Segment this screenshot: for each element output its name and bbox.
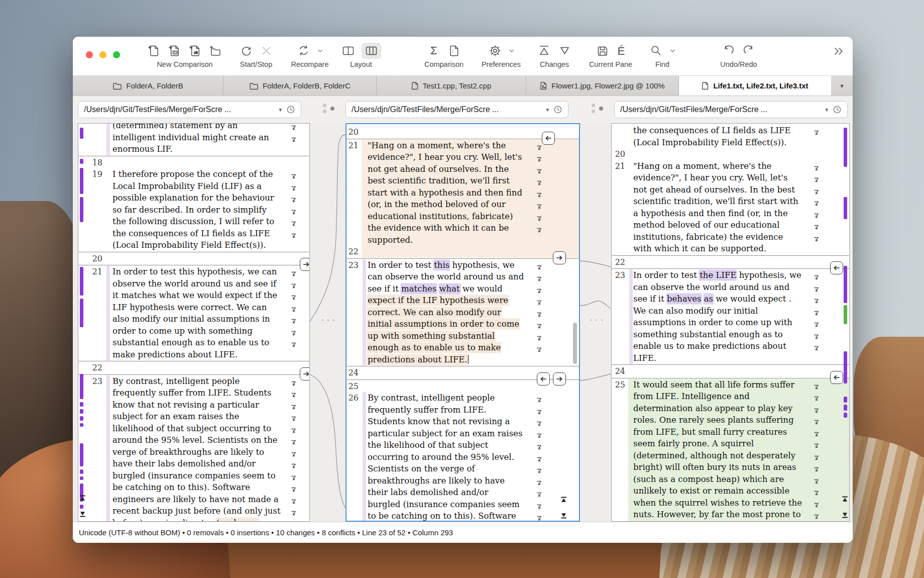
doc-image-icon[interactable] <box>189 44 202 57</box>
chevron-down-icon[interactable] <box>317 49 322 53</box>
change-strip <box>363 259 366 366</box>
tab-test1-cpp-test2-cpp[interactable]: Test1.cpp, Test2.cpp <box>377 76 526 95</box>
close-button[interactable] <box>86 51 93 58</box>
merge-left-button[interactable] <box>830 371 843 384</box>
merge-left-button[interactable] <box>537 372 550 386</box>
undo-icon[interactable] <box>722 44 735 57</box>
chevron-down-icon[interactable]: ▾ <box>546 107 549 113</box>
path-ellipsis: ... <box>761 105 767 114</box>
line-number: 25 <box>612 379 628 522</box>
gap-ellipsis: ··· <box>321 313 337 325</box>
stop-x-icon[interactable] <box>261 45 273 57</box>
triangle-up-bar-icon[interactable] <box>538 44 551 57</box>
text-pane-middle[interactable]: 20 21"Hang on a moment, where's theevide… <box>345 123 580 522</box>
text-line: be catching on to this). Software <box>112 481 309 494</box>
text-line: educational institutions, fabricate) <box>368 211 579 223</box>
merge-right-button[interactable] <box>300 367 310 380</box>
search-icon[interactable] <box>650 44 663 57</box>
zoom-button[interactable] <box>113 51 120 58</box>
clock-icon[interactable] <box>833 105 842 114</box>
text-cursor <box>468 355 469 364</box>
jump-first-change-icon[interactable] <box>79 494 86 503</box>
toolbar-group-undo-redo: Undo/Redo <box>720 42 757 68</box>
text-line: the consequences of LI fields as LIFE <box>112 228 309 240</box>
text-line: In order to test the LIFE hypothesis, we <box>633 269 849 281</box>
restart-icon[interactable] <box>240 44 253 57</box>
text-line: (or, in the method beloved of our <box>368 199 579 211</box>
tab-foldera-folderb-folderc[interactable]: FolderA, FolderB, FolderC <box>223 76 377 95</box>
text-pane-right[interactable]: the consequences of LI fields as LIFE(Lo… <box>611 123 850 522</box>
text-line <box>633 148 849 160</box>
chevron-down-icon[interactable] <box>670 49 675 53</box>
save-icon[interactable] <box>596 44 609 57</box>
text-line: make predictions about LIFE. <box>112 349 309 361</box>
text-line: around the 95% level. Scientists on the <box>112 434 309 446</box>
redo-icon[interactable] <box>742 44 755 57</box>
status-bar: Unicode (UTF-8 without BOM) • 0 removals… <box>73 522 853 543</box>
eacute-icon[interactable]: É <box>617 44 626 57</box>
clock-icon[interactable] <box>553 105 562 114</box>
scrollbar-thumb[interactable] <box>573 323 577 364</box>
recompare-icon[interactable] <box>297 44 310 57</box>
file-path-field[interactable]: /Users/djn/Git/TestFiles/Merge/ForScre .… <box>345 101 568 118</box>
change-marker-bar <box>844 405 847 411</box>
skip-change-buttons <box>842 495 848 520</box>
text-line: LIF hypothesis were correct. We can <box>112 302 309 314</box>
merge-left-button[interactable] <box>830 261 843 274</box>
change-marker-bar <box>80 374 83 399</box>
jump-last-change-icon[interactable] <box>560 511 567 521</box>
tab-flower1-jpg-flower2-jpg-100[interactable]: Flower1.jpg, Flower2.jpg @ 100% <box>526 76 679 95</box>
merge-right-button[interactable] <box>553 251 566 264</box>
jump-first-change-icon[interactable] <box>560 495 567 505</box>
triangle-down-icon[interactable] <box>558 44 571 57</box>
clock-icon[interactable] <box>286 105 295 114</box>
text-doc-icon[interactable] <box>447 44 460 57</box>
doc-number-icon[interactable]: 01 <box>168 44 181 57</box>
chevron-down-icon[interactable]: ▾ <box>279 107 282 113</box>
text-line: institutions, fabricate) the evidence <box>633 231 849 243</box>
text-line: By contrast, intelligent people <box>112 375 309 388</box>
jump-last-change-icon[interactable] <box>79 510 86 519</box>
comparison-content: (determined) statement by anintelligent … <box>73 123 853 522</box>
change-marker-bar <box>844 266 847 303</box>
diff-highlight: behaves <box>667 294 701 304</box>
text-line: up with something substantial <box>368 330 579 342</box>
merge-right-button[interactable] <box>553 372 566 386</box>
line-number: 20 <box>78 253 105 265</box>
tab-life1-txt-life2-txt-life3-txt[interactable]: Life1.txt, Life2.txt, Life3.txt <box>679 76 831 95</box>
line-number: 21 <box>612 160 628 255</box>
toolbar-group-start-stop: Start/Stop <box>240 42 273 68</box>
jump-last-change-icon[interactable] <box>842 511 848 520</box>
change-marker-bar <box>80 267 83 296</box>
tab-overflow-button[interactable]: ▼ <box>831 76 853 95</box>
layout-three-pane-icon[interactable] <box>362 43 382 59</box>
layout-two-pane-icon[interactable] <box>342 44 355 57</box>
minimize-button[interactable] <box>99 51 106 58</box>
chevron-down-icon[interactable]: ▾ <box>825 107 828 113</box>
svg-text:É: É <box>617 45 625 57</box>
toolbar-label: Preferences <box>482 60 521 68</box>
text-pane-left[interactable]: (determined) statement by anintelligent … <box>78 123 310 522</box>
chevron-down-icon[interactable] <box>509 49 514 53</box>
text-line: "Hang on a moment, where's the <box>633 160 849 172</box>
doc-plus-icon[interactable] <box>148 44 161 57</box>
gear-icon[interactable] <box>489 44 502 57</box>
text-line <box>633 256 849 268</box>
merge-left-button[interactable] <box>542 132 555 145</box>
change-marker-bar <box>80 423 83 427</box>
toolbar-group-recompare: Recompare <box>291 42 329 68</box>
text-line: from LIFE. Intelligence and <box>633 391 849 403</box>
file-path-field[interactable]: /Users/djn/Git/TestFiles/Merge/ForScre .… <box>614 101 848 118</box>
paragraph-row: 21"Hang on a moment, where's theevidence… <box>346 140 579 246</box>
merge-right-button[interactable] <box>300 258 310 271</box>
text-line: verge of breakthroughs are likely to <box>112 446 309 458</box>
jump-first-change-icon[interactable] <box>842 495 848 504</box>
line-number: 23 <box>346 259 362 366</box>
tab-foldera-folderb[interactable]: FolderA, FolderB <box>73 76 223 95</box>
file-path-text: /Users/djn/Git/TestFiles/Merge/ForScre <box>352 105 490 114</box>
sigma-icon[interactable]: Σ <box>427 44 439 57</box>
toolbar-overflow-button[interactable] <box>833 47 844 58</box>
file-path-field[interactable]: /Users/djn/Git/TestFiles/Merge/ForScre .… <box>78 101 301 118</box>
folder-plus-icon[interactable] <box>209 44 222 57</box>
text-line: burgled (insurance companies seem <box>368 499 579 511</box>
